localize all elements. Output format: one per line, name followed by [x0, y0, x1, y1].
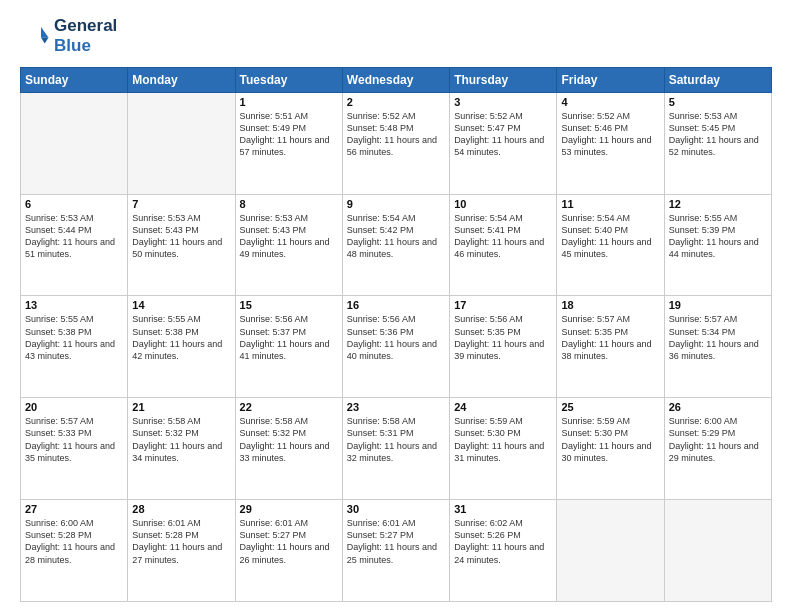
day-number: 11 [561, 198, 659, 210]
day-info: Sunrise: 5:51 AMSunset: 5:49 PMDaylight:… [240, 110, 338, 159]
day-info: Sunrise: 5:53 AMSunset: 5:44 PMDaylight:… [25, 212, 123, 261]
weekday-header-cell: Saturday [664, 67, 771, 92]
day-info: Sunrise: 5:53 AMSunset: 5:43 PMDaylight:… [132, 212, 230, 261]
calendar-cell: 21Sunrise: 5:58 AMSunset: 5:32 PMDayligh… [128, 398, 235, 500]
day-number: 9 [347, 198, 445, 210]
calendar-cell: 25Sunrise: 5:59 AMSunset: 5:30 PMDayligh… [557, 398, 664, 500]
logo: General Blue [20, 16, 117, 57]
calendar-cell: 12Sunrise: 5:55 AMSunset: 5:39 PMDayligh… [664, 194, 771, 296]
day-info: Sunrise: 6:00 AMSunset: 5:28 PMDaylight:… [25, 517, 123, 566]
day-number: 20 [25, 401, 123, 413]
weekday-header-cell: Thursday [450, 67, 557, 92]
day-info: Sunrise: 5:54 AMSunset: 5:40 PMDaylight:… [561, 212, 659, 261]
weekday-header-cell: Monday [128, 67, 235, 92]
calendar-week-row: 20Sunrise: 5:57 AMSunset: 5:33 PMDayligh… [21, 398, 772, 500]
calendar-table: SundayMondayTuesdayWednesdayThursdayFrid… [20, 67, 772, 602]
day-info: Sunrise: 5:52 AMSunset: 5:47 PMDaylight:… [454, 110, 552, 159]
day-number: 16 [347, 299, 445, 311]
calendar-cell: 16Sunrise: 5:56 AMSunset: 5:36 PMDayligh… [342, 296, 449, 398]
logo-icon [20, 21, 50, 51]
svg-marker-1 [41, 38, 49, 44]
day-number: 4 [561, 96, 659, 108]
calendar-cell: 7Sunrise: 5:53 AMSunset: 5:43 PMDaylight… [128, 194, 235, 296]
day-info: Sunrise: 5:58 AMSunset: 5:31 PMDaylight:… [347, 415, 445, 464]
day-info: Sunrise: 5:53 AMSunset: 5:43 PMDaylight:… [240, 212, 338, 261]
calendar-cell: 23Sunrise: 5:58 AMSunset: 5:31 PMDayligh… [342, 398, 449, 500]
day-info: Sunrise: 5:55 AMSunset: 5:38 PMDaylight:… [25, 313, 123, 362]
day-info: Sunrise: 5:57 AMSunset: 5:35 PMDaylight:… [561, 313, 659, 362]
calendar-cell: 13Sunrise: 5:55 AMSunset: 5:38 PMDayligh… [21, 296, 128, 398]
calendar-cell: 4Sunrise: 5:52 AMSunset: 5:46 PMDaylight… [557, 92, 664, 194]
day-info: Sunrise: 5:54 AMSunset: 5:41 PMDaylight:… [454, 212, 552, 261]
day-number: 30 [347, 503, 445, 515]
calendar-cell: 27Sunrise: 6:00 AMSunset: 5:28 PMDayligh… [21, 500, 128, 602]
day-info: Sunrise: 5:52 AMSunset: 5:46 PMDaylight:… [561, 110, 659, 159]
calendar-week-row: 6Sunrise: 5:53 AMSunset: 5:44 PMDaylight… [21, 194, 772, 296]
day-number: 24 [454, 401, 552, 413]
calendar-week-row: 13Sunrise: 5:55 AMSunset: 5:38 PMDayligh… [21, 296, 772, 398]
calendar-cell: 30Sunrise: 6:01 AMSunset: 5:27 PMDayligh… [342, 500, 449, 602]
day-info: Sunrise: 5:57 AMSunset: 5:34 PMDaylight:… [669, 313, 767, 362]
day-number: 28 [132, 503, 230, 515]
day-number: 19 [669, 299, 767, 311]
day-number: 26 [669, 401, 767, 413]
day-number: 13 [25, 299, 123, 311]
day-number: 21 [132, 401, 230, 413]
day-number: 23 [347, 401, 445, 413]
calendar-cell: 10Sunrise: 5:54 AMSunset: 5:41 PMDayligh… [450, 194, 557, 296]
calendar-cell: 29Sunrise: 6:01 AMSunset: 5:27 PMDayligh… [235, 500, 342, 602]
calendar-cell: 26Sunrise: 6:00 AMSunset: 5:29 PMDayligh… [664, 398, 771, 500]
calendar-cell: 5Sunrise: 5:53 AMSunset: 5:45 PMDaylight… [664, 92, 771, 194]
day-info: Sunrise: 5:55 AMSunset: 5:38 PMDaylight:… [132, 313, 230, 362]
day-info: Sunrise: 5:56 AMSunset: 5:35 PMDaylight:… [454, 313, 552, 362]
calendar-cell: 22Sunrise: 5:58 AMSunset: 5:32 PMDayligh… [235, 398, 342, 500]
calendar-cell: 8Sunrise: 5:53 AMSunset: 5:43 PMDaylight… [235, 194, 342, 296]
header: General Blue [20, 16, 772, 57]
day-info: Sunrise: 5:57 AMSunset: 5:33 PMDaylight:… [25, 415, 123, 464]
day-number: 17 [454, 299, 552, 311]
logo-text: General Blue [54, 16, 117, 57]
calendar-cell [128, 92, 235, 194]
calendar-cell: 31Sunrise: 6:02 AMSunset: 5:26 PMDayligh… [450, 500, 557, 602]
page: General Blue SundayMondayTuesdayWednesda… [0, 0, 792, 612]
weekday-header-cell: Sunday [21, 67, 128, 92]
day-number: 12 [669, 198, 767, 210]
calendar-body: 1Sunrise: 5:51 AMSunset: 5:49 PMDaylight… [21, 92, 772, 601]
calendar-week-row: 27Sunrise: 6:00 AMSunset: 5:28 PMDayligh… [21, 500, 772, 602]
calendar-cell: 24Sunrise: 5:59 AMSunset: 5:30 PMDayligh… [450, 398, 557, 500]
day-info: Sunrise: 5:58 AMSunset: 5:32 PMDaylight:… [240, 415, 338, 464]
day-info: Sunrise: 5:53 AMSunset: 5:45 PMDaylight:… [669, 110, 767, 159]
day-number: 8 [240, 198, 338, 210]
weekday-header-row: SundayMondayTuesdayWednesdayThursdayFrid… [21, 67, 772, 92]
day-info: Sunrise: 5:59 AMSunset: 5:30 PMDaylight:… [454, 415, 552, 464]
calendar-cell: 19Sunrise: 5:57 AMSunset: 5:34 PMDayligh… [664, 296, 771, 398]
day-number: 7 [132, 198, 230, 210]
day-number: 1 [240, 96, 338, 108]
weekday-header-cell: Wednesday [342, 67, 449, 92]
day-info: Sunrise: 6:01 AMSunset: 5:27 PMDaylight:… [240, 517, 338, 566]
day-number: 3 [454, 96, 552, 108]
day-info: Sunrise: 6:01 AMSunset: 5:27 PMDaylight:… [347, 517, 445, 566]
day-number: 2 [347, 96, 445, 108]
day-number: 27 [25, 503, 123, 515]
day-info: Sunrise: 5:55 AMSunset: 5:39 PMDaylight:… [669, 212, 767, 261]
day-info: Sunrise: 6:02 AMSunset: 5:26 PMDaylight:… [454, 517, 552, 566]
day-number: 5 [669, 96, 767, 108]
day-info: Sunrise: 5:52 AMSunset: 5:48 PMDaylight:… [347, 110, 445, 159]
day-info: Sunrise: 5:54 AMSunset: 5:42 PMDaylight:… [347, 212, 445, 261]
day-number: 18 [561, 299, 659, 311]
day-number: 6 [25, 198, 123, 210]
day-number: 29 [240, 503, 338, 515]
calendar-week-row: 1Sunrise: 5:51 AMSunset: 5:49 PMDaylight… [21, 92, 772, 194]
day-info: Sunrise: 5:59 AMSunset: 5:30 PMDaylight:… [561, 415, 659, 464]
calendar-cell: 2Sunrise: 5:52 AMSunset: 5:48 PMDaylight… [342, 92, 449, 194]
calendar-cell: 28Sunrise: 6:01 AMSunset: 5:28 PMDayligh… [128, 500, 235, 602]
weekday-header-cell: Tuesday [235, 67, 342, 92]
day-info: Sunrise: 5:56 AMSunset: 5:37 PMDaylight:… [240, 313, 338, 362]
calendar-cell: 18Sunrise: 5:57 AMSunset: 5:35 PMDayligh… [557, 296, 664, 398]
calendar-cell: 9Sunrise: 5:54 AMSunset: 5:42 PMDaylight… [342, 194, 449, 296]
day-info: Sunrise: 5:58 AMSunset: 5:32 PMDaylight:… [132, 415, 230, 464]
calendar-cell: 20Sunrise: 5:57 AMSunset: 5:33 PMDayligh… [21, 398, 128, 500]
calendar-cell: 3Sunrise: 5:52 AMSunset: 5:47 PMDaylight… [450, 92, 557, 194]
day-number: 10 [454, 198, 552, 210]
